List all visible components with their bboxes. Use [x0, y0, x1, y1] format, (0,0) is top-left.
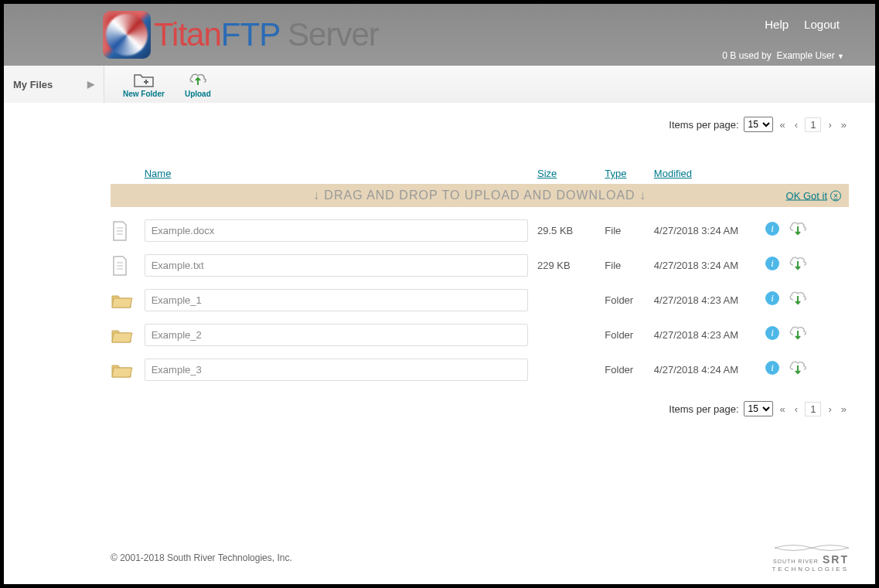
- download-button[interactable]: [788, 291, 808, 310]
- download-button[interactable]: [788, 325, 808, 345]
- info-button[interactable]: i: [765, 325, 780, 345]
- svg-text:i: i: [771, 223, 774, 234]
- help-link[interactable]: Help: [765, 18, 789, 31]
- brand-title: TitanFTP Server: [154, 16, 379, 53]
- file-icon: [111, 255, 145, 277]
- svg-rect-1: [144, 81, 148, 83]
- srt-logo: SOUTH RIVER SRT TECHNOLOGIES: [772, 542, 849, 573]
- file-name-input[interactable]: [145, 359, 528, 381]
- file-name-input[interactable]: [145, 219, 528, 242]
- upload-button[interactable]: Upload: [185, 71, 211, 98]
- table-header: Name Size Type Modified: [111, 163, 849, 184]
- info-button[interactable]: i: [765, 256, 780, 275]
- download-button[interactable]: [788, 360, 808, 379]
- table-row: Folder4/27/2018 4:24 AMi: [111, 352, 849, 387]
- col-header-name[interactable]: Name: [145, 168, 537, 179]
- file-modified: 4/27/2018 3:24 AM: [654, 260, 765, 271]
- pager-prev[interactable]: ‹: [792, 119, 800, 131]
- pager-top: Items per page: 15 « ‹ 1 › »: [111, 103, 849, 141]
- folder-icon: [111, 361, 145, 379]
- brand-logo: TitanFTP Server: [103, 11, 379, 59]
- download-button[interactable]: [788, 221, 808, 240]
- chevron-down-icon: ▼: [837, 53, 844, 60]
- tab-my-files[interactable]: My Files ▶: [4, 66, 104, 103]
- file-type: Folder: [605, 294, 654, 306]
- table-row: Folder4/27/2018 4:23 AMi: [111, 318, 849, 352]
- pager-bottom: Items per page: 15 « ‹ 1 › »: [111, 387, 849, 426]
- pager-current: 1: [805, 402, 821, 416]
- file-name-input[interactable]: [145, 289, 528, 311]
- pager-last[interactable]: »: [839, 119, 849, 131]
- file-icon: [111, 220, 145, 242]
- file-type: File: [605, 260, 654, 271]
- file-modified: 4/27/2018 4:23 AM: [654, 329, 765, 341]
- col-header-size[interactable]: Size: [537, 168, 605, 179]
- copyright: © 2001-2018 South River Technologies, In…: [111, 552, 292, 563]
- pager-next[interactable]: ›: [826, 119, 833, 131]
- table-row: 29.5 KBFile4/27/2018 3:24 AMi: [111, 213, 849, 248]
- footer: © 2001-2018 South River Technologies, In…: [4, 532, 875, 584]
- pager-first[interactable]: «: [778, 119, 788, 131]
- header: TitanFTP Server Help Logout 0 B used by …: [4, 4, 875, 66]
- drag-drop-banner: ↓ DRAG AND DROP TO UPLOAD AND DOWNLOAD ↓…: [111, 184, 849, 207]
- items-per-page-select[interactable]: 15: [744, 117, 773, 132]
- items-per-page-select[interactable]: 15: [744, 401, 773, 416]
- file-type: File: [605, 225, 654, 236]
- pager-first[interactable]: «: [778, 403, 788, 415]
- chevron-right-icon: ▶: [87, 79, 94, 90]
- banner-dismiss[interactable]: OK Got it ×: [786, 190, 841, 202]
- new-folder-button[interactable]: New Folder: [123, 71, 165, 98]
- items-per-page-label: Items per page:: [669, 119, 738, 131]
- banner-text: ↓ DRAG AND DROP TO UPLOAD AND DOWNLOAD ↓: [313, 189, 646, 202]
- pager-current: 1: [805, 117, 821, 132]
- file-size: 29.5 KB: [537, 225, 605, 236]
- table-row: Folder4/27/2018 4:23 AMi: [111, 283, 849, 318]
- svg-text:i: i: [771, 257, 774, 269]
- folder-icon: [111, 326, 145, 345]
- logout-link[interactable]: Logout: [804, 18, 840, 31]
- file-name-input[interactable]: [145, 324, 528, 346]
- close-icon: ×: [830, 190, 841, 201]
- svg-text:i: i: [771, 292, 774, 304]
- svg-text:i: i: [771, 327, 774, 338]
- user-menu[interactable]: Example User ▼: [776, 50, 844, 61]
- info-button[interactable]: i: [765, 291, 780, 310]
- file-modified: 4/27/2018 3:24 AM: [654, 225, 765, 236]
- usage-info: 0 B used by Example User ▼: [722, 50, 844, 61]
- col-header-type[interactable]: Type: [605, 168, 654, 179]
- col-header-modified[interactable]: Modified: [654, 168, 765, 179]
- table-row: 229 KBFile4/27/2018 3:24 AMi: [111, 248, 849, 283]
- info-button[interactable]: i: [765, 360, 780, 379]
- new-folder-icon: [133, 71, 155, 88]
- folder-icon: [111, 291, 145, 310]
- pager-next[interactable]: ›: [826, 403, 833, 415]
- file-name-input[interactable]: [145, 254, 528, 277]
- toolbar: New Folder Upload: [104, 66, 875, 103]
- pager-last[interactable]: »: [839, 403, 849, 415]
- svg-text:i: i: [771, 362, 774, 373]
- items-per-page-label: Items per page:: [669, 403, 738, 415]
- file-type: Folder: [605, 364, 654, 376]
- logo-icon: [103, 11, 151, 59]
- pager-prev[interactable]: ‹: [792, 403, 800, 415]
- download-button[interactable]: [788, 256, 808, 275]
- file-modified: 4/27/2018 4:23 AM: [654, 294, 765, 306]
- file-modified: 4/27/2018 4:24 AM: [654, 364, 765, 376]
- upload-icon: [188, 71, 208, 88]
- file-size: 229 KB: [537, 260, 605, 271]
- info-button[interactable]: i: [765, 221, 780, 240]
- file-type: Folder: [605, 329, 654, 341]
